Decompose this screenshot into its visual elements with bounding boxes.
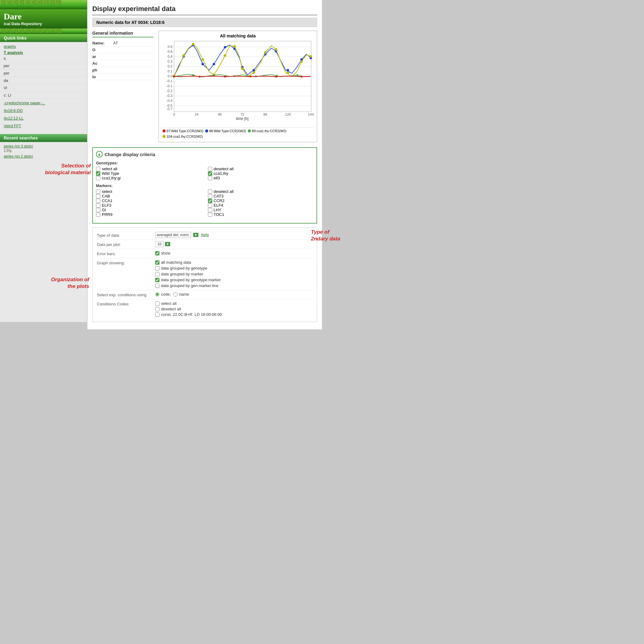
marker-cca1[interactable]: CCA1 — [96, 198, 202, 203]
sidebar-title-area: Dare ical Data Repository — [0, 9, 87, 29]
graph-option-3[interactable]: data grouped by genotype:marker — [155, 278, 312, 282]
error-bars-checkbox-label[interactable]: show — [155, 251, 312, 255]
marker-elf4-cb[interactable] — [208, 203, 212, 208]
select-exp-name-radio[interactable] — [173, 292, 178, 297]
conditions-const-cb[interactable] — [155, 312, 159, 317]
marker-select-cb[interactable] — [96, 190, 100, 194]
svg-text:-0.7: -0.7 — [167, 107, 173, 111]
conditions-option-2[interactable]: const. 22.0C:B+R: LD 18:00:06:00 — [155, 312, 312, 317]
svg-text:-0.1: -0.1 — [167, 79, 173, 83]
marker-cca1-cb[interactable] — [96, 199, 100, 203]
data-per-plot-input[interactable]: 10 — [155, 241, 163, 247]
type-dropdown[interactable]: averaged det. norm. — [155, 232, 191, 238]
select-exp-value: code, name — [155, 292, 312, 297]
genotypes-grid: select all Wild Type cca1;lhy:gi deselec… — [96, 167, 313, 180]
conditions-option-0[interactable]: select all — [155, 301, 312, 306]
sidebar-link-crypto[interactable]: -cryptochrome paper-... — [0, 99, 87, 107]
genotype-wild-type-cb[interactable] — [96, 171, 100, 176]
graph-option-1-cb[interactable] — [155, 266, 159, 270]
conditions-deselect-all-cb[interactable] — [155, 307, 159, 311]
sidebar-link-tanalysis[interactable]: T analysis — [0, 49, 27, 56]
sidebar-link-4x12[interactable]: 4x12:12-LL — [0, 114, 87, 122]
marker-deselect-all[interactable]: deselect all — [208, 189, 314, 194]
annotation-org-text: Organization ofthe plots — [51, 277, 89, 289]
svg-text:time [h]: time [h] — [236, 117, 249, 121]
graph-option-0[interactable]: all matching data — [155, 260, 312, 265]
legend-item-2: 89:cca1.lhy:CCR2(W2) — [248, 129, 286, 133]
marker-toc1[interactable]: TOC1 — [208, 212, 314, 217]
marker-elf4[interactable]: ELF4 — [208, 203, 314, 208]
marker-lhy-cb[interactable] — [208, 208, 212, 212]
conditions-option-1[interactable]: deselect all — [155, 307, 312, 311]
conditions-select-all-cb[interactable] — [155, 301, 159, 306]
marker-elf3-cb[interactable] — [96, 203, 100, 208]
genotype-wild-type[interactable]: Wild Type — [96, 171, 202, 176]
genotype-select-all[interactable]: select all — [96, 167, 202, 171]
marker-lhy[interactable]: LHY — [208, 208, 314, 212]
genotype-elf3[interactable]: elf3 — [208, 176, 314, 180]
svg-text:-0.2: -0.2 — [167, 89, 173, 93]
genotype-cca1-lhy-gi-label: cca1;lhy:gi — [102, 176, 121, 180]
marker-ccr2-cb[interactable] — [208, 199, 212, 203]
sidebar-item-vi: Vi — [0, 84, 87, 92]
genotype-deselect-all-cb[interactable] — [208, 167, 212, 171]
genotype-select-all-cb[interactable] — [96, 167, 100, 171]
marker-cab[interactable]: CAB — [96, 194, 202, 198]
criteria-wrapper: Selection ofbiological material ▲ Change… — [92, 147, 317, 224]
graph-option-1[interactable]: data grouped by genotype — [155, 266, 312, 270]
sidebar-link-veirdfft[interactable]: Veird FFT — [0, 122, 87, 130]
marker-elf3[interactable]: ELF3 — [96, 203, 202, 208]
marker-ccr2[interactable]: CCR2 — [208, 198, 314, 203]
conditions-label: Conditions Codes: — [97, 301, 152, 306]
marker-cat3-cb[interactable] — [208, 194, 212, 198]
genotype-cca1-lhy-gi[interactable]: cca1;lhy:gi — [96, 176, 202, 180]
svg-point-47 — [192, 43, 194, 45]
select-exp-name[interactable]: name — [173, 292, 189, 297]
error-bars-show-label: show — [161, 251, 170, 255]
graph-option-4[interactable]: data grouped by gen:marker:line — [155, 283, 312, 288]
marker-select[interactable]: select — [96, 189, 202, 194]
app-name: Dare — [4, 12, 83, 21]
sidebar-link-4x18[interactable]: 4x18:6-DD — [0, 107, 87, 114]
up-arrow-icon[interactable]: ▲ — [96, 151, 103, 158]
graph-option-2-cb[interactable] — [155, 272, 159, 276]
genotype-select-all-label: select all — [102, 167, 117, 171]
marker-deselect-all-cb[interactable] — [208, 190, 212, 194]
marker-toc1-cb[interactable] — [208, 213, 212, 217]
marker-cat3[interactable]: CAT3 — [208, 194, 314, 198]
svg-point-34 — [201, 63, 204, 65]
error-bars-value: show — [155, 251, 312, 255]
marker-gi-cb[interactable] — [96, 208, 100, 212]
error-bars-cb[interactable] — [155, 251, 159, 255]
genotype-cca1-lhy-gi-cb[interactable] — [96, 176, 100, 180]
annotation-selection-text: Selection ofbiological material — [45, 163, 91, 175]
help-link[interactable]: help — [201, 232, 209, 237]
graph-option-4-cb[interactable] — [155, 284, 159, 288]
legend-dot-2 — [248, 129, 251, 132]
info-label-name: Name: — [92, 41, 111, 45]
svg-text:0.2: 0.2 — [168, 64, 173, 68]
genotype-deselect-all[interactable]: deselect all — [208, 167, 314, 171]
recent-item-2[interactable]: series (on 2 plots) — [0, 153, 36, 160]
svg-point-53 — [252, 71, 255, 74]
annotation-selection: Selection ofbiological material — [42, 163, 91, 176]
controls-section: Type of data: averaged det. norm. ▼ help… — [92, 227, 317, 322]
info-row-4: lo — [92, 74, 154, 80]
marker-prr9-label: PRR9 — [102, 212, 113, 217]
graph-option-0-cb[interactable] — [155, 260, 159, 265]
marker-cab-cb[interactable] — [96, 194, 100, 198]
genotype-elf3-cb[interactable] — [208, 176, 212, 180]
select-exp-code-radio[interactable] — [155, 292, 159, 297]
annotation-org: Organization ofthe plots — [40, 276, 89, 290]
graph-option-3-cb[interactable] — [155, 278, 159, 282]
marker-gi[interactable]: GI — [96, 208, 202, 212]
marker-prr9-cb[interactable] — [96, 213, 100, 217]
svg-point-55 — [275, 48, 277, 51]
marker-prr9[interactable]: PRR9 — [96, 212, 202, 217]
data-per-plot-value: 10 ▼ — [155, 242, 312, 246]
genotype-cca1-lhy-cb[interactable] — [208, 171, 212, 176]
graph-option-2[interactable]: data grouped by marker — [155, 272, 312, 276]
genotype-cca1-lhy[interactable]: cca1;lhy — [208, 171, 314, 176]
select-exp-code[interactable]: code, — [155, 292, 171, 297]
legend-item-3: 104:cca1.lhy:CCR2(W2) — [163, 135, 203, 138]
